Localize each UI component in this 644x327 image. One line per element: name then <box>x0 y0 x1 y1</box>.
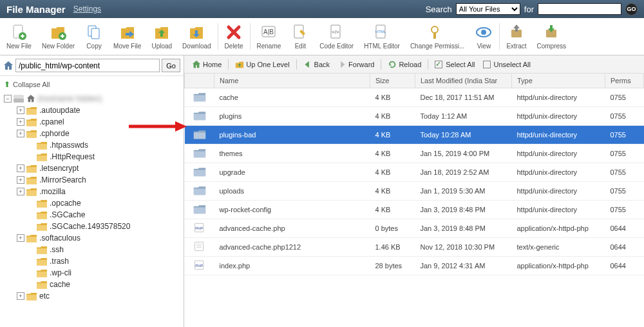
toolbar-move_file[interactable]: Move File <box>108 21 146 52</box>
code-icon: </> <box>328 23 346 41</box>
cell-name: upgrade <box>214 163 370 182</box>
toolbar-extract[interactable]: Extract <box>501 21 531 52</box>
folder-icon <box>26 234 37 243</box>
search-go-button[interactable]: GO <box>625 3 638 15</box>
file-grid: Name Size Last Modified (India Star Type… <box>184 74 644 327</box>
expand-toggle[interactable]: − <box>4 95 12 103</box>
tree-node[interactable]: +.softaculous <box>3 232 181 244</box>
svg-point-15 <box>481 30 486 35</box>
upload-icon <box>153 23 171 41</box>
tree-node[interactable]: cache <box>3 279 181 290</box>
col-size[interactable]: Size <box>370 74 415 88</box>
path-input[interactable] <box>15 59 160 72</box>
folder-icon <box>37 141 47 150</box>
file-row[interactable]: plugins-bad4 KBToday 10:28 AMhttpd/unix-… <box>185 126 644 144</box>
folder-icon <box>37 199 47 208</box>
tree-node[interactable]: +.letsencrypt <box>3 163 181 174</box>
col-modified[interactable]: Last Modified (India Star <box>415 74 512 88</box>
toolbar-label: Upload <box>151 43 172 50</box>
crumb-reload[interactable]: Reload <box>385 59 424 70</box>
file-icon-cell <box>185 182 214 201</box>
expand-toggle[interactable]: + <box>17 188 24 195</box>
search-input[interactable] <box>538 3 621 15</box>
toolbar-html_editor[interactable]: HTMLHTML Editor <box>359 21 405 52</box>
file-row[interactable]: PHPadvanced-cache.php0 bytesJan 3, 2019 … <box>185 219 644 238</box>
toolbar-compress[interactable]: Compress <box>532 21 572 52</box>
tree-node[interactable]: .opcache <box>3 197 181 209</box>
tree-node[interactable]: +.MirrorSearch <box>3 174 181 186</box>
file-row[interactable]: advanced-cache.php12121.46 KBNov 12, 201… <box>185 238 644 257</box>
folder-tree: − (hostname hidden) +.autoupdate+.cpanel… <box>0 93 184 327</box>
file-row[interactable]: uploads4 KBJan 1, 2019 5:30 AMhttpd/unix… <box>185 182 644 201</box>
cell-type: application/x-httpd-php <box>512 219 605 238</box>
expand-toggle[interactable]: + <box>17 176 24 184</box>
toolbar-copy[interactable]: Copy <box>80 21 108 52</box>
tree-node[interactable]: +.mozilla <box>3 186 181 197</box>
folder-icon <box>26 292 37 301</box>
crumb-forward[interactable]: Forward <box>335 59 377 70</box>
cell-type: httpd/unix-directory <box>512 88 605 107</box>
crumb-unselect-all[interactable]: Unselect All <box>480 59 533 70</box>
toolbar-view[interactable]: View <box>469 21 498 52</box>
file-row[interactable]: PHPindex.php28 bytesJan 9, 2012 4:31 AMa… <box>185 257 644 275</box>
file-row[interactable]: themes4 KBJan 15, 2019 4:00 PMhttpd/unix… <box>185 144 644 163</box>
cell-type: application/x-httpd-php <box>512 257 605 275</box>
collapse-all-button[interactable]: ⬆ Collapse All <box>0 76 184 93</box>
expand-toggle[interactable]: + <box>17 118 24 126</box>
cell-type: httpd/unix-directory <box>512 201 605 219</box>
col-type[interactable]: Type <box>512 74 605 88</box>
toolbar-change_perms[interactable]: Change Permissi... <box>405 21 469 52</box>
tree-node[interactable]: .htpasswds <box>3 139 181 151</box>
settings-link[interactable]: Settings <box>73 5 101 14</box>
tree-label: .mozilla <box>39 187 66 196</box>
expand-toggle[interactable]: + <box>17 164 24 172</box>
crumb-back[interactable]: Back <box>301 59 332 70</box>
tree-node[interactable]: +.cpanel <box>3 116 181 128</box>
cell-modified: Dec 18, 2017 11:51 AM <box>415 88 512 107</box>
search-scope-select[interactable]: All Your Files <box>456 3 520 15</box>
col-icon[interactable] <box>185 74 214 88</box>
crumb-up[interactable]: Up One Level <box>232 59 292 70</box>
cell-type: httpd/unix-directory <box>512 107 605 126</box>
collapse-label: Collapse All <box>13 81 50 88</box>
tree-node[interactable]: .SGCache.1493578520 <box>3 221 181 232</box>
tree-node[interactable]: .wp-cli <box>3 267 181 279</box>
crumb-home[interactable]: Home <box>189 59 224 70</box>
col-name[interactable]: Name <box>214 74 370 88</box>
header-bar: File Manager Settings Search All Your Fi… <box>0 0 644 18</box>
expand-toggle[interactable]: + <box>17 234 24 242</box>
tree-node[interactable]: +.autoupdate <box>3 104 181 116</box>
toolbar-rename[interactable]: A|BRename <box>252 21 287 52</box>
tree-root[interactable]: − (hostname hidden) <box>3 93 181 104</box>
cell-name: advanced-cache.php <box>214 219 370 238</box>
toolbar-edit[interactable]: Edit <box>286 21 314 52</box>
path-go-button[interactable]: Go <box>162 59 180 72</box>
cell-modified: Jan 9, 2012 4:31 AM <box>415 257 512 275</box>
tree-node[interactable]: .HttpRequest <box>3 151 181 163</box>
tree-node[interactable]: .ssh <box>3 244 181 255</box>
expand-toggle[interactable]: + <box>17 292 24 300</box>
expand-toggle[interactable]: + <box>17 106 24 114</box>
toolbar-download[interactable]: Download <box>177 21 216 52</box>
back-icon <box>303 60 312 69</box>
crumb-select-all[interactable]: Select All <box>432 59 477 70</box>
tree-node[interactable]: +etc <box>3 290 181 302</box>
tree-node[interactable]: +.cphorde <box>3 128 181 139</box>
tree-node[interactable]: .trash <box>3 255 181 267</box>
file-icon-cell <box>185 88 214 107</box>
toolbar-new_folder[interactable]: New Folder <box>37 21 80 52</box>
tree-node[interactable]: .SGCache <box>3 209 181 221</box>
col-perms[interactable]: Perms <box>605 74 644 88</box>
file-row[interactable]: wp-rocket-config4 KBJan 3, 2019 8:48 PMh… <box>185 201 644 219</box>
toolbar-delete[interactable]: Delete <box>220 21 249 52</box>
right-panel: Home Up One Level Back Forward Reload Se… <box>184 55 644 327</box>
file-row[interactable]: plugins4 KBToday 1:12 AMhttpd/unix-direc… <box>185 107 644 126</box>
toolbar-code_editor[interactable]: </>Code Editor <box>314 21 359 52</box>
expand-toggle[interactable]: + <box>17 130 24 137</box>
file-row[interactable]: upgrade4 KBJan 18, 2019 2:52 AMhttpd/uni… <box>185 163 644 182</box>
file-row[interactable]: cache4 KBDec 18, 2017 11:51 AMhttpd/unix… <box>185 88 644 107</box>
toolbar-label: Compress <box>537 43 567 50</box>
toolbar-new_file[interactable]: New File <box>1 21 37 52</box>
cell-perms: 0755 <box>605 88 644 107</box>
toolbar-upload[interactable]: Upload <box>146 21 177 52</box>
